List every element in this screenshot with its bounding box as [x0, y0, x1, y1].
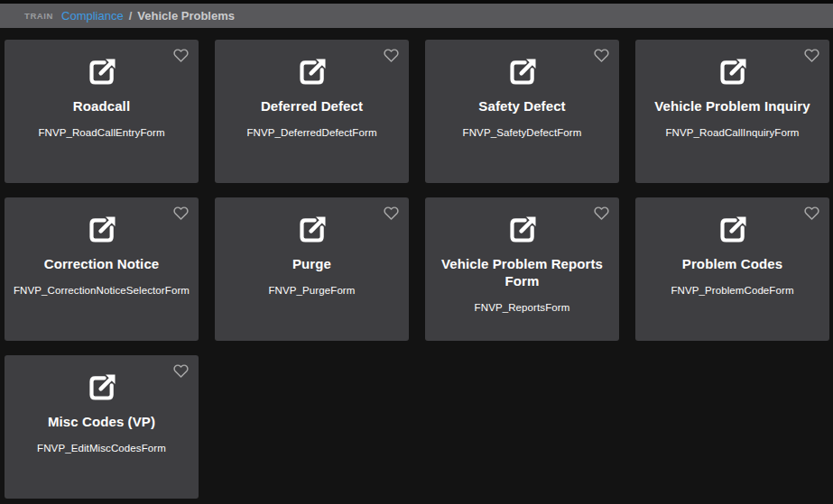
breadcrumb-link-compliance[interactable]: Compliance	[61, 9, 124, 23]
form-card[interactable]: Correction Notice FNVP_CorrectionNoticeS…	[5, 197, 199, 341]
favorite-button[interactable]	[384, 206, 399, 221]
external-link-icon	[294, 54, 330, 90]
card-form-name: FNVP_RoadCallInquiryForm	[635, 127, 829, 138]
external-link-icon	[294, 212, 330, 248]
card-title: Roadcall	[5, 97, 199, 115]
heart-icon	[804, 48, 819, 63]
external-link-icon	[504, 54, 541, 90]
favorite-button[interactable]	[804, 206, 819, 221]
card-title: Purge	[215, 255, 409, 272]
breadcrumb-current: Vehicle Problems	[137, 9, 235, 23]
main-content: Roadcall FNVP_RoadCallEntryForm Deferred…	[0, 28, 833, 499]
card-form-name: FNVP_EditMiscCodesForm	[5, 443, 199, 454]
card-form-name: FNVP_RoadCallEntryForm	[5, 127, 199, 138]
form-card[interactable]: Safety Defect FNVP_SafetyDefectForm	[425, 40, 619, 183]
favorite-button[interactable]	[173, 206, 189, 221]
card-form-name: FNVP_DeferredDefectForm	[215, 127, 409, 138]
favorite-button[interactable]	[173, 48, 189, 63]
external-link-icon	[84, 370, 120, 406]
card-title: Vehicle Problem Reports Form	[425, 255, 619, 289]
external-link-icon	[715, 212, 751, 248]
card-form-name: FNVP_CorrectionNoticeSelectorForm	[5, 285, 199, 296]
form-card-grid: Roadcall FNVP_RoadCallEntryForm Deferred…	[5, 40, 829, 499]
card-title: Problem Codes	[635, 255, 829, 272]
card-title: Misc Codes (VP)	[5, 413, 199, 430]
form-card[interactable]: Roadcall FNVP_RoadCallEntryForm	[5, 40, 199, 183]
external-link-icon	[84, 54, 120, 90]
form-card[interactable]: Misc Codes (VP) FNVP_EditMiscCodesForm	[5, 355, 199, 499]
favorite-button[interactable]	[594, 206, 609, 221]
breadcrumb: TRAIN Compliance / Vehicle Problems	[0, 4, 833, 28]
card-form-name: FNVP_ReportsForm	[425, 302, 619, 313]
form-card[interactable]: Deferred Defect FNVP_DeferredDefectForm	[215, 40, 409, 183]
card-title: Vehicle Problem Inquiry	[635, 97, 829, 115]
form-card[interactable]: Problem Codes FNVP_ProblemCodeForm	[635, 197, 829, 341]
heart-icon	[594, 48, 609, 63]
heart-icon	[804, 206, 819, 221]
card-title: Deferred Defect	[215, 97, 409, 115]
favorite-button[interactable]	[173, 363, 189, 379]
card-title: Correction Notice	[5, 255, 199, 272]
heart-icon	[384, 48, 399, 63]
breadcrumb-separator: /	[129, 9, 133, 23]
card-form-name: FNVP_PurgeForm	[215, 285, 409, 296]
form-card[interactable]: Purge FNVP_PurgeForm	[215, 197, 409, 341]
app-label: TRAIN	[24, 11, 53, 21]
form-card[interactable]: Vehicle Problem Inquiry FNVP_RoadCallInq…	[635, 40, 829, 183]
external-link-icon	[504, 212, 541, 248]
card-form-name: FNVP_SafetyDefectForm	[425, 127, 619, 138]
favorite-button[interactable]	[804, 48, 819, 63]
card-form-name: FNVP_ProblemCodeForm	[635, 285, 829, 296]
favorite-button[interactable]	[384, 48, 399, 63]
heart-icon	[173, 48, 189, 63]
heart-icon	[384, 206, 399, 221]
favorite-button[interactable]	[594, 48, 609, 63]
heart-icon	[173, 206, 189, 221]
external-link-icon	[84, 212, 120, 248]
form-card[interactable]: Vehicle Problem Reports Form FNVP_Report…	[425, 197, 619, 341]
heart-icon	[594, 206, 609, 221]
heart-icon	[173, 363, 189, 379]
external-link-icon	[715, 54, 751, 90]
card-title: Safety Defect	[425, 97, 619, 115]
